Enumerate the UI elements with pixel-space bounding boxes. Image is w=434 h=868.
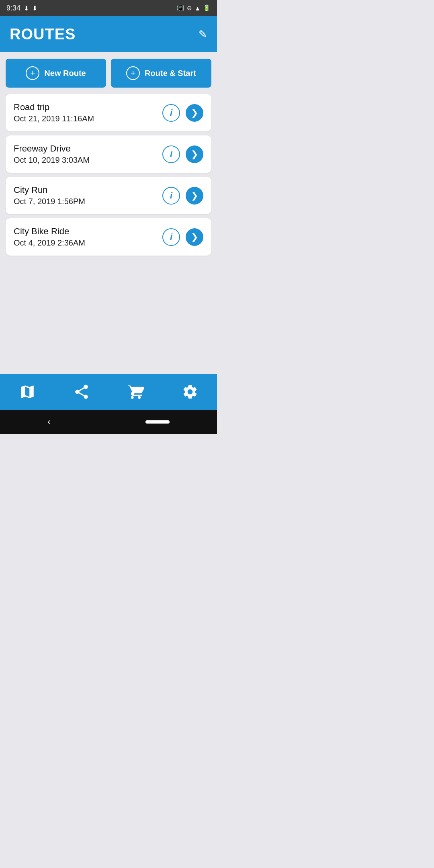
map-icon: [19, 383, 36, 400]
route-actions: i ❯: [162, 145, 203, 163]
cart-icon: [127, 383, 144, 400]
route-info: City Bike Ride Oct 4, 2019 2:36AM: [14, 226, 85, 248]
route-go-button[interactable]: ❯: [186, 228, 203, 246]
list-item: City Run Oct 7, 2019 1:56PM i ❯: [6, 177, 211, 214]
route-date: Oct 7, 2019 1:56PM: [14, 197, 85, 206]
new-route-label: New Route: [44, 69, 86, 78]
route-start-label: Route & Start: [145, 69, 196, 78]
download-icon-1: ⬇: [24, 4, 29, 12]
nav-item-map[interactable]: [15, 380, 39, 404]
header: ROUTES ✎: [0, 16, 217, 52]
vibrate-icon: 📳: [177, 4, 184, 12]
route-name: City Bike Ride: [14, 226, 85, 237]
route-info: Freeway Drive Oct 10, 2019 3:03AM: [14, 143, 90, 165]
route-info-button[interactable]: i: [162, 228, 180, 246]
list-item: Road trip Oct 21, 2019 11:16AM i ❯: [6, 94, 211, 131]
route-info: City Run Oct 7, 2019 1:56PM: [14, 185, 85, 206]
action-buttons-row: + New Route + Route & Start: [0, 52, 217, 94]
nav-item-share[interactable]: [70, 380, 94, 404]
route-and-start-button[interactable]: + Route & Start: [111, 59, 211, 88]
route-info-button[interactable]: i: [162, 145, 180, 163]
route-go-button[interactable]: ❯: [186, 187, 203, 205]
new-route-plus-icon: +: [26, 66, 39, 80]
route-name: Road trip: [14, 102, 94, 113]
route-actions: i ❯: [162, 104, 203, 122]
route-start-plus-icon: +: [126, 66, 140, 80]
route-name: City Run: [14, 185, 85, 195]
new-route-button[interactable]: + New Route: [6, 59, 106, 88]
route-name: Freeway Drive: [14, 143, 90, 154]
bottom-nav: [0, 374, 217, 410]
share-icon: [73, 383, 90, 400]
edit-icon[interactable]: ✎: [199, 28, 207, 41]
route-date: Oct 10, 2019 3:03AM: [14, 156, 90, 165]
list-item: Freeway Drive Oct 10, 2019 3:03AM i ❯: [6, 135, 211, 173]
list-item: City Bike Ride Oct 4, 2019 2:36AM i ❯: [6, 218, 211, 256]
route-info-button[interactable]: i: [162, 104, 180, 122]
routes-list: Road trip Oct 21, 2019 11:16AM i ❯ Freew…: [0, 94, 217, 374]
route-date: Oct 21, 2019 11:16AM: [14, 114, 94, 123]
system-nav-bar: ‹: [0, 410, 217, 434]
download-icon-2: ⬇: [32, 4, 37, 12]
nav-item-settings[interactable]: [178, 380, 202, 404]
route-go-button[interactable]: ❯: [186, 145, 203, 163]
battery-icon: 🔋: [203, 4, 211, 12]
route-info-button[interactable]: i: [162, 187, 180, 205]
route-actions: i ❯: [162, 187, 203, 205]
settings-icon: [182, 383, 199, 400]
do-not-disturb-icon: ⊖: [187, 4, 192, 12]
home-pill[interactable]: [145, 420, 170, 424]
route-go-button[interactable]: ❯: [186, 104, 203, 122]
status-bar: 9:34 ⬇ ⬇ 📳 ⊖ ▲ 🔋: [0, 0, 217, 16]
route-info: Road trip Oct 21, 2019 11:16AM: [14, 102, 94, 123]
route-actions: i ❯: [162, 228, 203, 246]
nav-item-cart[interactable]: [124, 380, 148, 404]
page-title: ROUTES: [10, 26, 76, 43]
back-button[interactable]: ‹: [47, 417, 50, 427]
wifi-icon: ▲: [194, 5, 201, 12]
status-time: 9:34: [6, 4, 20, 12]
route-date: Oct 4, 2019 2:36AM: [14, 238, 85, 248]
